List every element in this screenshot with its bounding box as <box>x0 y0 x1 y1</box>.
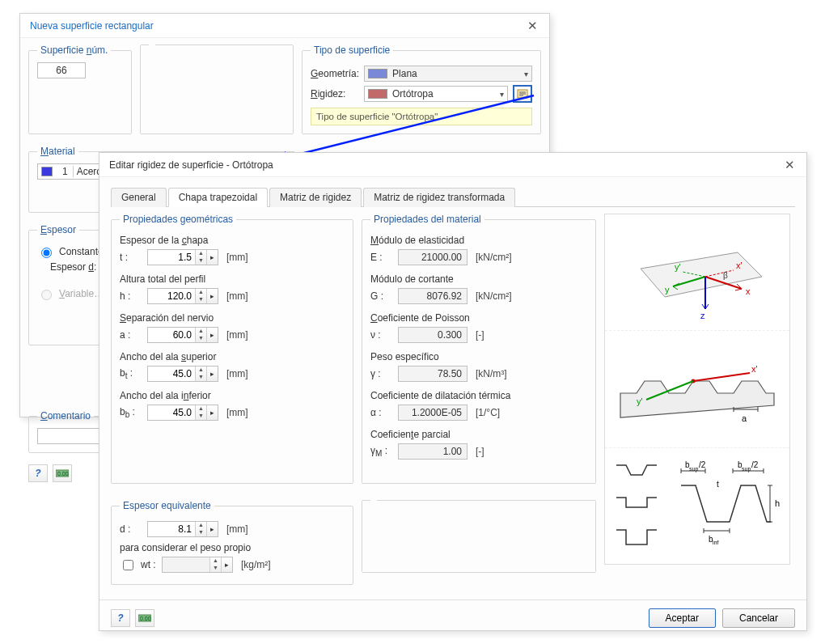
sym-bt: bt : <box>120 367 142 380</box>
sym-G: G : <box>370 290 393 302</box>
lbl-nu: Coeficiente de Poisson <box>370 312 470 324</box>
tab-general[interactable]: General <box>111 188 167 207</box>
group-prop-mat: Propiedades del material Módulo de elast… <box>362 214 596 484</box>
dlg2-footer: ? 0.00 Aceptar Cancelar <box>99 600 806 636</box>
tabstrip: General Chapa trapezoidal Matriz de rigi… <box>111 187 795 207</box>
dlg1-titlebar: Nueva superficie rectangular ✕ <box>20 14 549 38</box>
chevron-down-icon: ▾ <box>495 90 504 99</box>
tab-chapa-trapezoidal[interactable]: Chapa trapezoidal <box>168 188 268 207</box>
svg-text:a: a <box>742 413 747 423</box>
group-empty <box>140 44 294 134</box>
sym-E: E : <box>370 252 393 263</box>
select-rigidez[interactable]: Ortótropa ▾ <box>364 86 508 102</box>
swatch-ortotropa <box>368 89 387 99</box>
sym-wt: wt : <box>141 559 157 570</box>
input-t[interactable]: ▲▼▸ <box>147 249 218 265</box>
legend-material: Material <box>37 146 78 157</box>
input-d[interactable]: ▲▼▸ <box>147 521 218 537</box>
sym-a: a : <box>120 329 142 341</box>
lbl-E: Módulo de elasticidad <box>370 235 464 246</box>
group-espesor-equiv: Espesor equivalente d : ▲▼▸ [mm] para co… <box>111 500 353 585</box>
input-surface-number[interactable] <box>37 62 86 78</box>
lbl-t-full: Espesor de la chapa <box>120 235 208 246</box>
checkbox-wt[interactable] <box>123 560 133 570</box>
svg-marker-8 <box>641 252 762 297</box>
svg-line-16 <box>693 373 750 381</box>
group-surface-number: Superficie núm. <box>28 44 132 134</box>
svg-text:y': y' <box>637 396 643 406</box>
surface-type-tooltip: Tipo de superficie "Ortótropa" <box>311 108 532 125</box>
note-eq: para considerar el peso propio <box>120 542 251 553</box>
legend-tipo: Tipo de superficie <box>311 44 393 56</box>
swatch-plana <box>368 69 387 78</box>
ok-button[interactable]: Aceptar <box>649 608 716 628</box>
svg-text:0.00: 0.00 <box>57 471 69 477</box>
dialog-edit-stiffness: Editar rigidez de superficie - Ortótropa… <box>99 152 807 631</box>
svg-text:x': x' <box>736 261 742 270</box>
radio-constante[interactable] <box>41 248 52 258</box>
tab-matriz-rigidez-transformada[interactable]: Matriz de rigidez transformada <box>363 188 515 207</box>
lbl-gamma: Peso específico <box>370 351 439 362</box>
value-gM: 1.00 <box>398 443 468 460</box>
input-bt[interactable]: ▲▼▸ <box>147 366 218 382</box>
lbl-G: Módulo de cortante <box>370 273 454 285</box>
chevron-down-icon: ▾ <box>519 70 528 78</box>
input-a[interactable]: ▲▼▸ <box>147 327 218 343</box>
help-button[interactable]: ? <box>28 464 48 482</box>
sym-t: t : <box>120 252 142 263</box>
svg-text:x: x <box>746 286 751 296</box>
value-nu: 0.300 <box>398 327 468 343</box>
close-icon[interactable]: ✕ <box>522 19 543 33</box>
units-button[interactable]: 0.00 <box>135 609 154 627</box>
select-geometria[interactable]: Plana ▾ <box>364 66 532 82</box>
svg-text:/2: /2 <box>699 460 706 469</box>
help-button[interactable]: ? <box>111 609 130 627</box>
lbl-bt-full: Ancho del ala superior <box>120 351 216 362</box>
value-G: 8076.92 <box>398 288 468 304</box>
input-h[interactable]: ▲▼▸ <box>147 288 218 304</box>
tab-matriz-rigidez[interactable]: Matriz de rigidez <box>269 188 362 207</box>
legend-prop-mat: Propiedades del material <box>370 214 484 225</box>
svg-text:0.00: 0.00 <box>140 616 151 621</box>
svg-text:/2: /2 <box>751 460 759 469</box>
value-E: 21000.00 <box>398 249 468 265</box>
swatch-material <box>41 167 53 176</box>
label-espesor-d: Espesor d: <box>50 261 96 273</box>
sym-d: d : <box>120 523 142 535</box>
lbl-bb-full: Ancho del ala inferior <box>120 390 211 401</box>
lbl-gM: Coeficiente parcial <box>370 429 451 440</box>
dlg2-body: General Chapa trapezoidal Matriz de rigi… <box>99 177 806 600</box>
svg-text:x': x' <box>751 364 758 374</box>
input-bb[interactable]: ▲▼▸ <box>147 405 218 421</box>
svg-text:β: β <box>723 271 728 280</box>
value-gamma: 78.50 <box>398 366 468 382</box>
legend-comentario: Comentario <box>37 410 94 422</box>
dlg2-title: Editar rigidez de superficie - Ortótropa <box>109 159 273 171</box>
legend-espesor-equiv: Espesor equivalente <box>120 500 214 511</box>
svg-text:sup: sup <box>689 466 698 472</box>
radio-variable <box>41 290 52 300</box>
group-prop-geom: Propiedades geométricas Espesor de la ch… <box>111 214 353 484</box>
sym-h: h : <box>120 290 142 302</box>
lbl-h-full: Altura total del perfil <box>120 273 205 285</box>
group-empty-right <box>362 500 596 573</box>
svg-text:inf: inf <box>713 540 718 545</box>
value-alpha: 1.2000E-05 <box>398 405 468 421</box>
svg-text:t: t <box>717 480 719 489</box>
cancel-button[interactable]: Cancelar <box>722 608 795 628</box>
edit-stiffness-button[interactable] <box>513 85 532 103</box>
close-icon[interactable]: ✕ <box>780 158 800 172</box>
illus-axes: x y z x' y' β <box>605 214 789 331</box>
sym-nu: ν : <box>370 329 393 341</box>
sym-gamma: γ : <box>370 368 393 379</box>
svg-text:h: h <box>775 498 780 508</box>
dlg2-titlebar: Editar rigidez de superficie - Ortótropa… <box>99 153 806 177</box>
svg-text:y: y <box>665 285 670 294</box>
sym-bb: bb : <box>120 406 142 419</box>
dlg1-title: Nueva superficie rectangular <box>30 20 154 32</box>
lbl-a-full: Separación del nervio <box>120 312 214 324</box>
input-wt[interactable]: ▲▼▸ <box>162 557 233 573</box>
units-button[interactable]: 0.00 <box>53 464 72 482</box>
svg-text:y': y' <box>675 262 681 272</box>
legend-prop-geom: Propiedades geométricas <box>120 214 236 225</box>
